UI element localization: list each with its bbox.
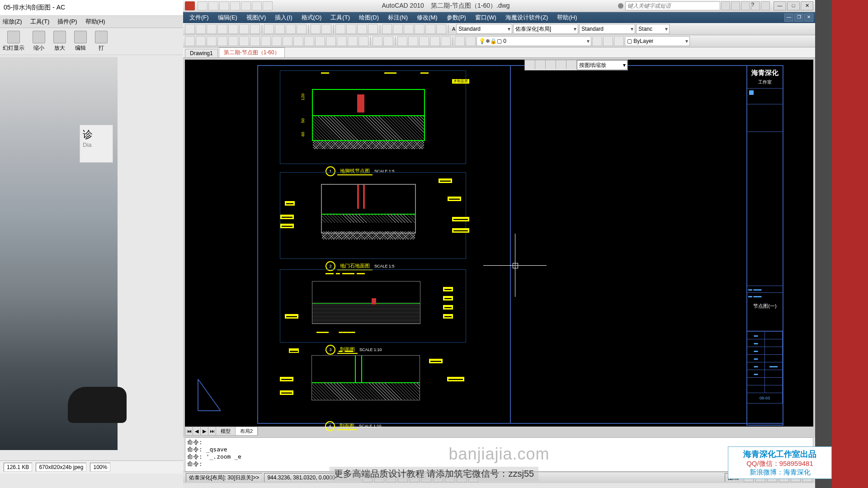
mdi-minimize-button[interactable]: — bbox=[784, 14, 793, 22]
tool2-2-icon[interactable] bbox=[196, 36, 206, 46]
menu-zoom[interactable]: 缩放(Z) bbox=[3, 18, 22, 26]
tab-drawing1[interactable]: Drawing1 bbox=[185, 49, 218, 57]
menu-tools[interactable]: 工具(T) bbox=[326, 14, 354, 22]
tab-first-icon[interactable]: ⏮ bbox=[185, 427, 193, 435]
props-icon[interactable] bbox=[382, 24, 392, 34]
layer-prev-icon[interactable] bbox=[592, 36, 602, 46]
menu-tools[interactable]: 工具(T) bbox=[30, 18, 50, 26]
print-icon[interactable] bbox=[217, 24, 227, 34]
menu-format[interactable]: 格式(O) bbox=[297, 14, 326, 22]
search-go-icon[interactable] bbox=[721, 1, 730, 10]
menu-parametric[interactable]: 参数(P) bbox=[442, 14, 471, 22]
dist-icon[interactable] bbox=[455, 36, 465, 46]
vp-scale-combo[interactable]: 按图纸缩放 bbox=[577, 60, 627, 70]
mdi-close-button[interactable]: ✕ bbox=[804, 14, 813, 22]
vp-btn3-icon[interactable] bbox=[546, 60, 556, 69]
infocenter-icon[interactable] bbox=[618, 3, 623, 9]
palette-icon[interactable] bbox=[404, 24, 414, 34]
slideshow-button[interactable]: 幻灯显示 bbox=[3, 31, 24, 52]
zoom2-3-icon[interactable] bbox=[419, 36, 429, 46]
layer-match-icon[interactable] bbox=[603, 36, 613, 46]
color-icon[interactable] bbox=[614, 36, 624, 46]
tab-model[interactable]: 模型 bbox=[216, 427, 236, 435]
tool2-14-icon[interactable] bbox=[326, 36, 336, 46]
tool2-7-icon[interactable] bbox=[250, 36, 260, 46]
menu-plugins[interactable]: 插件(P) bbox=[57, 18, 77, 26]
new-icon[interactable] bbox=[185, 24, 195, 34]
menu-dimension[interactable]: 标注(N) bbox=[383, 14, 412, 22]
mdi-restore-button[interactable]: ❐ bbox=[794, 14, 803, 22]
tool2-4-icon[interactable] bbox=[217, 36, 227, 46]
tab-active-file[interactable]: 第二期-节点图（1-60） bbox=[219, 47, 285, 57]
zoom-rt-icon[interactable] bbox=[346, 24, 356, 34]
paste-icon[interactable] bbox=[286, 24, 296, 34]
menu-insert[interactable]: 插入(I) bbox=[270, 14, 297, 22]
menu-draw[interactable]: 绘图(D) bbox=[354, 14, 383, 22]
menubar[interactable]: 文件(F) 编辑(E) 视图(V) 插入(I) 格式(O) 工具(T) 绘图(D… bbox=[183, 12, 815, 23]
publish-icon[interactable] bbox=[239, 24, 249, 34]
tab-prev-icon[interactable]: ◀ bbox=[193, 427, 201, 435]
tool2-15-icon[interactable] bbox=[337, 36, 347, 46]
zoom2-2-icon[interactable] bbox=[408, 36, 418, 46]
vp-btn5-icon[interactable] bbox=[566, 60, 577, 69]
menu-help[interactable]: 帮助(H) bbox=[552, 14, 581, 22]
cut-icon[interactable] bbox=[264, 24, 274, 34]
tool2-3-icon[interactable] bbox=[207, 36, 217, 46]
tool2-8-icon[interactable] bbox=[261, 36, 271, 46]
color-combo[interactable]: ▢ ByLayer bbox=[625, 36, 690, 46]
titlebar[interactable]: AutoCAD 2010 第二期-节点图（1-60）.dwg ? — □ ✕ bbox=[183, 0, 815, 12]
viewer-menubar[interactable]: 缩放(Z) 工具(T) 插件(P) 帮助(H) bbox=[0, 16, 183, 28]
favorites-icon[interactable] bbox=[741, 1, 750, 10]
vp-btn4-icon[interactable] bbox=[556, 60, 566, 69]
textstyle-combo[interactable]: Standard bbox=[456, 24, 512, 34]
qat-new-icon[interactable] bbox=[198, 1, 208, 10]
drawing-canvas[interactable]: 按图纸缩放 ▬▬ ▬▬▬ ▬▬ 木制基层 bbox=[185, 60, 813, 427]
vp-btn1-icon[interactable] bbox=[525, 60, 535, 69]
menu-window[interactable]: 窗口(W) bbox=[471, 14, 501, 22]
comm-center-icon[interactable] bbox=[731, 1, 740, 10]
qat-dropdown-icon[interactable] bbox=[263, 1, 273, 10]
tool2-1-icon[interactable] bbox=[185, 36, 195, 46]
qat-redo-icon[interactable] bbox=[241, 1, 251, 10]
qat-open-icon[interactable] bbox=[208, 1, 218, 10]
dimstyle-combo[interactable]: 佑泰深化[布局] bbox=[513, 24, 578, 34]
layer-props-icon[interactable] bbox=[466, 36, 476, 46]
menu-view[interactable]: 视图(V) bbox=[242, 14, 270, 22]
app-menu-icon[interactable] bbox=[185, 1, 195, 10]
tab-next-icon[interactable]: ▶ bbox=[201, 427, 208, 435]
copy-icon[interactable] bbox=[275, 24, 285, 34]
ssm-icon[interactable] bbox=[415, 24, 425, 34]
undo2-icon[interactable] bbox=[373, 36, 382, 46]
help-icon[interactable]: ? bbox=[751, 1, 760, 10]
redo-icon[interactable] bbox=[321, 24, 331, 34]
tool2-10-icon[interactable] bbox=[283, 36, 292, 46]
zoom-in-button[interactable]: 放大 bbox=[53, 31, 66, 52]
match-icon[interactable] bbox=[297, 24, 307, 34]
markup-icon[interactable] bbox=[425, 24, 435, 34]
menu-haimo[interactable]: 海魔设计软件(Z) bbox=[501, 14, 553, 22]
redo2-icon[interactable] bbox=[383, 36, 393, 46]
tool2-11-icon[interactable] bbox=[293, 36, 303, 46]
help-dropdown-icon[interactable] bbox=[761, 1, 770, 10]
minimize-button[interactable]: — bbox=[774, 1, 786, 10]
print-button[interactable]: 打 bbox=[95, 31, 108, 52]
zoom-prev-icon[interactable] bbox=[368, 24, 378, 34]
tool2-16-icon[interactable] bbox=[348, 36, 358, 46]
tool2-5-icon[interactable] bbox=[228, 36, 238, 46]
layer-combo[interactable]: 💡❄🔒▢ 0 bbox=[476, 36, 591, 46]
tab-layout2[interactable]: 布局2 bbox=[236, 427, 258, 435]
menu-modify[interactable]: 修改(M) bbox=[412, 14, 442, 22]
close-button[interactable]: ✕ bbox=[801, 1, 813, 10]
zoom-out-button[interactable]: 缩小 bbox=[33, 31, 45, 52]
tool2-9-icon[interactable] bbox=[272, 36, 282, 46]
menu-edit[interactable]: 编辑(E) bbox=[213, 14, 242, 22]
menu-file[interactable]: 文件(F) bbox=[185, 14, 213, 22]
qat-print-icon[interactable] bbox=[252, 1, 262, 10]
tablestyle-combo[interactable]: Standard bbox=[579, 24, 635, 34]
preview-icon[interactable] bbox=[228, 24, 238, 34]
zoom2-4-icon[interactable] bbox=[430, 36, 440, 46]
dcenter-icon[interactable] bbox=[393, 24, 403, 34]
tool2-17-icon[interactable] bbox=[359, 36, 368, 46]
pan-icon[interactable] bbox=[335, 24, 345, 34]
menu-help[interactable]: 帮助(H) bbox=[85, 18, 105, 26]
